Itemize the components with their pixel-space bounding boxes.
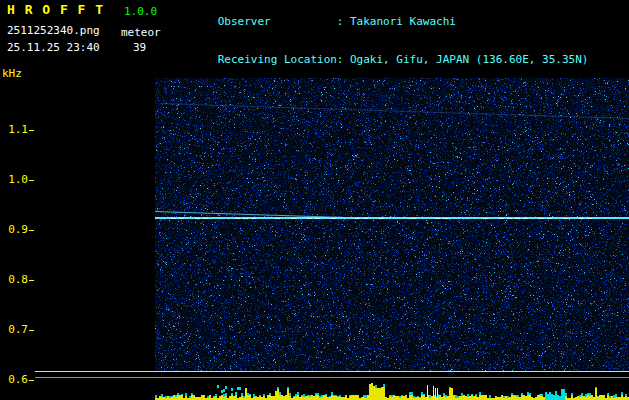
hrofft-screen: H R O F F T 1.0.0 2511252340.png meteor … [0, 0, 629, 400]
info-value: : Takanori Kawachi [337, 15, 456, 28]
info-row-location: Receiving Location: Ogaki, Gifu, JAPAN (… [178, 41, 588, 79]
freq-tick-label: 0.7 [4, 324, 28, 335]
freq-tick-mark [29, 330, 34, 331]
freq-tick-mark [29, 230, 34, 231]
freq-tick-mark [29, 280, 34, 281]
output-filename: 2511252340.png [7, 25, 100, 37]
freq-tick-mark [29, 130, 34, 131]
datetime-label: 25.11.25 23:40 [7, 42, 100, 54]
info-value: : Ogaki, Gifu, JAPAN (136.60E, 35.35N) [337, 53, 589, 66]
app-title: H R O F F T [7, 4, 104, 16]
echo-count: 39 [133, 42, 146, 54]
info-label: Observer [218, 16, 337, 29]
info-row-observer: Observer: Takanori Kawachi [178, 3, 588, 41]
info-label: Receiving Location [218, 54, 337, 67]
freq-tick-label: 0.8 [4, 274, 28, 285]
freq-axis-unit: kHz [2, 68, 22, 80]
freq-tick-label: 1.0 [4, 174, 28, 185]
freq-tick-label: 0.6 [4, 374, 28, 385]
app-version: 1.0.0 [124, 6, 157, 18]
freq-tick-mark [29, 380, 34, 381]
mode-label: meteor [121, 27, 161, 39]
freq-tick-label: 1.1 [4, 124, 28, 135]
freq-tick-mark [29, 180, 34, 181]
freq-tick-label: 0.9 [4, 224, 28, 235]
spectrogram-canvas [35, 78, 629, 400]
